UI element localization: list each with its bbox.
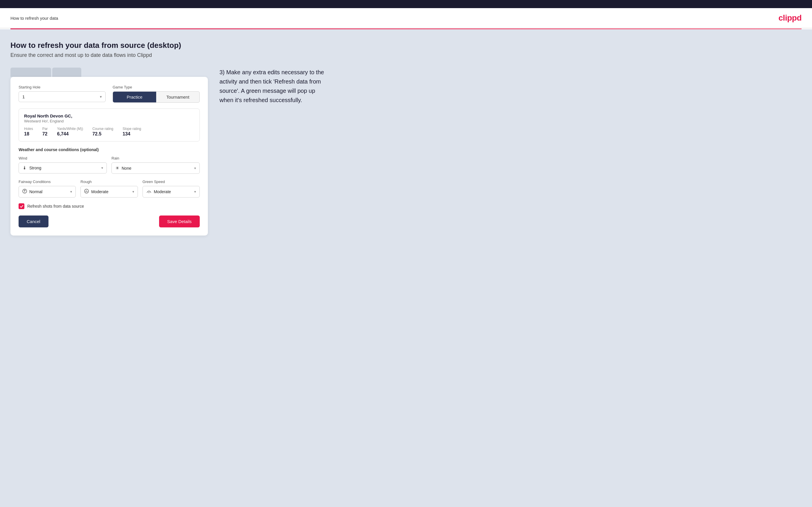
- game-type-group: Game Type Practice Tournament: [113, 85, 200, 103]
- rough-select[interactable]: Moderate Moderate ▾: [81, 186, 138, 198]
- top-bar: [0, 0, 812, 8]
- game-type-toggle: Practice Tournament: [113, 91, 200, 103]
- stat-slope-rating: Slope rating 134: [122, 127, 141, 136]
- page-subheading: Ensure the correct and most up to date d…: [10, 52, 802, 58]
- slope-rating-value: 134: [122, 131, 141, 136]
- header-title: How to refresh your data: [10, 16, 58, 20]
- logo: clippd: [779, 13, 802, 22]
- tab-placeholder-1: [10, 68, 51, 77]
- wind-group: Wind Strong 🌡 Strong ▾: [18, 156, 107, 174]
- tab-placeholder-2: [52, 68, 81, 77]
- rain-group: Rain None ☀ None ▾: [111, 156, 200, 174]
- par-value: 72: [42, 131, 48, 136]
- page-heading: How to refresh your data from source (de…: [10, 41, 802, 50]
- button-row: Cancel Save Details: [18, 216, 200, 227]
- green-speed-select[interactable]: Moderate Moderate ▾: [143, 186, 200, 198]
- course-name: Royal North Devon GC,: [24, 113, 194, 118]
- fairway-select[interactable]: Normal Normal ▾: [18, 186, 76, 198]
- header: How to refresh your data clippd: [0, 8, 812, 29]
- rough-label: Rough: [81, 179, 138, 184]
- cancel-button[interactable]: Cancel: [18, 216, 48, 227]
- game-type-label: Game Type: [113, 85, 200, 89]
- par-label: Par: [42, 127, 48, 131]
- checkbox-refresh[interactable]: [18, 203, 24, 209]
- yards-value: 6,744: [57, 131, 83, 136]
- side-text: 3) Make any extra edits necessary to the…: [219, 68, 330, 105]
- starting-hole-group: Starting Hole 1 1 ▾: [18, 85, 106, 103]
- side-description: 3) Make any extra edits necessary to the…: [219, 68, 330, 105]
- wind-select[interactable]: Strong 🌡 Strong ▾: [18, 162, 107, 173]
- starting-hole-select[interactable]: 1 1 ▾: [18, 91, 106, 102]
- tournament-button[interactable]: Tournament: [156, 92, 199, 102]
- course-rating-value: 72.5: [92, 131, 113, 136]
- conditions-title: Weather and course conditions (optional): [18, 147, 200, 152]
- course-location: Westward Ho!, England: [24, 119, 194, 123]
- main-content: How to refresh your data from source (de…: [0, 29, 812, 507]
- slope-rating-label: Slope rating: [122, 127, 141, 131]
- course-rating-label: Course rating: [92, 127, 113, 131]
- fairway-label: Fairway Conditions: [18, 179, 76, 184]
- refresh-label: Refresh shots from data source: [27, 204, 84, 209]
- wind-label: Wind: [18, 156, 107, 160]
- holes-value: 18: [24, 131, 33, 136]
- conditions-section: Weather and course conditions (optional)…: [18, 147, 200, 198]
- rough-group: Rough Moderate Moderate ▾: [81, 179, 138, 198]
- rain-select[interactable]: None ☀ None ▾: [111, 162, 200, 174]
- rain-label: Rain: [111, 156, 200, 160]
- practice-button[interactable]: Practice: [113, 92, 156, 102]
- yards-label: Yards/White (M)): [57, 127, 83, 131]
- stat-course-rating: Course rating 72.5: [92, 127, 113, 136]
- stat-holes: Holes 18: [24, 127, 33, 136]
- save-button[interactable]: Save Details: [159, 216, 200, 227]
- stat-yards: Yards/White (M)) 6,744: [57, 127, 83, 136]
- stat-par: Par 72: [42, 127, 48, 136]
- form-card: Starting Hole 1 1 ▾ Game Type Practice: [10, 77, 208, 235]
- green-speed-group: Green Speed Moderate Moderate ▾: [143, 179, 200, 198]
- course-info-box: Royal North Devon GC, Westward Ho!, Engl…: [18, 109, 200, 142]
- starting-hole-label: Starting Hole: [18, 85, 106, 89]
- fairway-group: Fairway Conditions Normal Normal ▾: [18, 179, 76, 198]
- holes-label: Holes: [24, 127, 33, 131]
- refresh-checkbox-row: Refresh shots from data source: [18, 203, 200, 209]
- green-speed-label: Green Speed: [143, 179, 200, 184]
